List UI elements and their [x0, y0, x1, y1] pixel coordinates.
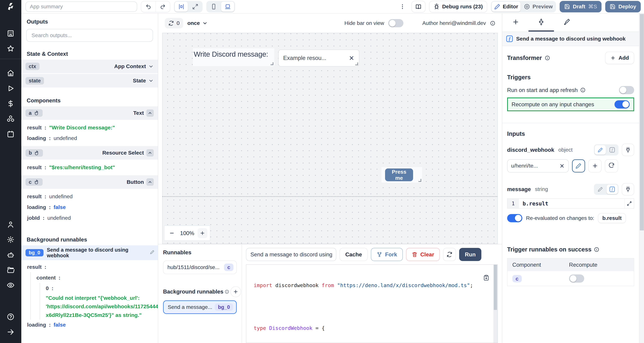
resource-picker[interactable]: u/henri/te...	[507, 159, 569, 172]
center-align-button[interactable]	[175, 2, 188, 12]
eval-mode-fn-icon[interactable]: f	[606, 184, 618, 194]
press-me-button[interactable]: Press me	[385, 168, 413, 181]
reeval-toggle[interactable]	[507, 214, 522, 222]
info-icon[interactable]	[490, 20, 495, 26]
draft-button[interactable]: Draft ⌘S	[560, 1, 602, 12]
resource-select-component[interactable]: Example resou...	[278, 50, 359, 66]
resize-handle[interactable]	[270, 62, 274, 65]
tab-styling[interactable]	[554, 14, 580, 32]
help-question-icon[interactable]	[3, 309, 18, 324]
zoom-in-button[interactable]	[198, 228, 207, 238]
collapse-chevron-up-icon[interactable]	[146, 149, 154, 157]
reload-button[interactable]	[443, 248, 456, 261]
chevron-down-icon[interactable]	[148, 64, 154, 69]
info-icon[interactable]	[594, 247, 599, 252]
component-a-header[interactable]: a Text	[21, 106, 158, 120]
recompute-c-toggle[interactable]	[569, 274, 584, 283]
chevron-down-icon[interactable]	[148, 78, 154, 84]
connect-plug-icon[interactable]	[622, 144, 634, 156]
audit-eye-icon[interactable]	[3, 278, 18, 293]
static-mode-pencil-icon[interactable]	[595, 184, 606, 194]
redo-button[interactable]	[156, 1, 170, 12]
workspace-icon[interactable]	[3, 26, 18, 41]
folders-icon[interactable]	[3, 262, 18, 278]
home-icon[interactable]	[3, 66, 18, 81]
scrollbar-thumb[interactable]	[640, 14, 644, 230]
hide-bar-toggle[interactable]	[388, 19, 404, 27]
copy-code-icon[interactable]	[483, 274, 489, 283]
expression-value[interactable]: b.result	[519, 199, 624, 208]
clear-x-icon[interactable]	[559, 163, 565, 168]
debug-runs-button[interactable]: Debug runs (23)	[429, 1, 487, 12]
eval-mode-fn-icon[interactable]: f	[606, 145, 618, 154]
clear-x-icon[interactable]	[349, 55, 354, 61]
tab-component-settings[interactable]	[528, 14, 554, 32]
static-mode-pencil-icon[interactable]	[595, 145, 606, 154]
info-icon[interactable]	[225, 290, 229, 294]
reeval-target-pill[interactable]: b.result	[598, 213, 626, 223]
bg0-header[interactable]: bg_0 Send a message to discord using web…	[21, 245, 158, 260]
expand-diagonal-icon[interactable]	[624, 199, 634, 208]
resources-cubes-icon[interactable]	[3, 111, 18, 126]
outputs-search-input[interactable]	[31, 32, 148, 39]
component-b-header[interactable]: b Resource Select	[21, 146, 158, 160]
edit-resource-pencil-button[interactable]	[572, 159, 585, 172]
tab-insert-component[interactable]	[503, 14, 528, 32]
outputs-search[interactable]	[26, 29, 153, 42]
add-transformer-button[interactable]: Add	[605, 52, 634, 64]
runnable-name-input[interactable]	[246, 248, 336, 261]
bg-runnable-item-selected[interactable]: Send a message... bg_0	[163, 300, 237, 314]
cache-button[interactable]: Cache	[340, 248, 368, 261]
favorites-star-icon[interactable]	[3, 41, 18, 56]
component-c-outputs: result:undefined loading:false jobId:und…	[21, 190, 158, 226]
runs-play-icon[interactable]	[3, 81, 18, 96]
component-c-header[interactable]: c Button	[21, 175, 158, 189]
info-icon[interactable]	[580, 87, 586, 93]
run-on-start-toggle[interactable]	[619, 86, 634, 94]
add-bg-runnable-button[interactable]	[230, 286, 241, 297]
expression-editor[interactable]: 1 b.result	[507, 198, 634, 209]
collapse-chevron-up-icon[interactable]	[146, 110, 154, 117]
fork-button[interactable]: Fork	[371, 248, 403, 261]
page-scrollbar[interactable]	[639, 14, 644, 343]
fullscreen-button[interactable]	[189, 2, 202, 12]
docs-book-button[interactable]	[412, 1, 426, 12]
windmill-logo-icon[interactable]	[0, 0, 21, 14]
connect-plug-icon[interactable]	[622, 183, 634, 196]
app-canvas[interactable]: Write Discord message: Example resou... …	[162, 33, 498, 244]
refresh-resource-button[interactable]	[605, 159, 618, 172]
app-summary-input[interactable]	[26, 2, 137, 12]
schedules-calendar-icon[interactable]	[3, 126, 18, 142]
deploy-button[interactable]: Deploy	[605, 1, 641, 12]
recompute-toggle[interactable]	[614, 100, 630, 108]
undo-button[interactable]	[141, 1, 156, 12]
ctx-row[interactable]: ctx App Context	[21, 60, 158, 73]
settings-gear-icon[interactable]	[3, 232, 18, 247]
variables-dollar-icon[interactable]	[3, 96, 18, 111]
resize-handle[interactable]	[418, 179, 421, 182]
tab-preview[interactable]: Preview	[522, 2, 555, 12]
code-scrollbar[interactable]	[494, 265, 498, 343]
code-editor[interactable]: import discordwebhook from "https://deno…	[246, 264, 498, 343]
edit-pencil-icon[interactable]	[150, 250, 154, 256]
collapse-chevron-up-icon[interactable]	[146, 178, 154, 186]
frequency-dropdown[interactable]: once	[188, 20, 208, 26]
refresh-count-button[interactable]: 0	[165, 18, 183, 28]
button-component[interactable]: Press me	[382, 167, 422, 183]
desktop-view-button[interactable]	[221, 2, 234, 12]
clear-button[interactable]: Clear	[406, 248, 440, 261]
collapse-arrow-icon[interactable]	[3, 324, 18, 340]
run-button[interactable]: Run	[459, 248, 481, 261]
mobile-view-button[interactable]	[207, 2, 220, 12]
tab-editor[interactable]: Editor	[492, 2, 520, 12]
more-kebab-icon[interactable]	[397, 1, 408, 12]
users-person-icon[interactable]	[3, 217, 18, 232]
workers-robot-icon[interactable]	[3, 247, 18, 262]
resize-handle[interactable]	[355, 62, 358, 65]
info-icon[interactable]	[545, 55, 550, 61]
runnable-item[interactable]: hub/1511/discord/se... c	[163, 260, 237, 274]
add-resource-button[interactable]	[588, 159, 602, 172]
text-component[interactable]: Write Discord message:	[193, 48, 274, 66]
zoom-out-button[interactable]	[167, 228, 177, 238]
state-row[interactable]: state State	[21, 74, 158, 88]
